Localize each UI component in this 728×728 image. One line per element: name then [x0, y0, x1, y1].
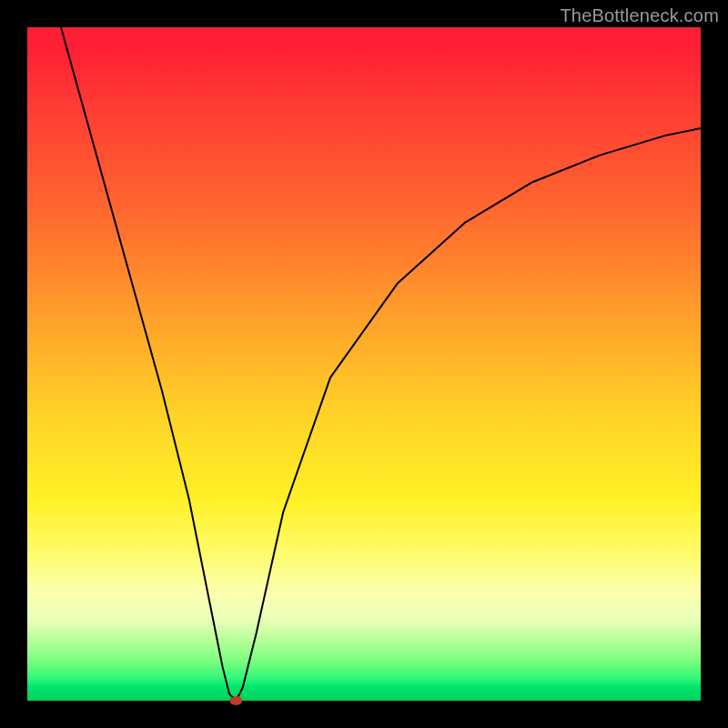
watermark-text: TheBottleneck.com [560, 5, 719, 26]
bottleneck-curve [61, 27, 701, 701]
plot-area [27, 27, 701, 701]
minimum-marker [229, 696, 242, 705]
chart-frame: TheBottleneck.com [0, 0, 728, 728]
curve-svg [27, 27, 701, 701]
